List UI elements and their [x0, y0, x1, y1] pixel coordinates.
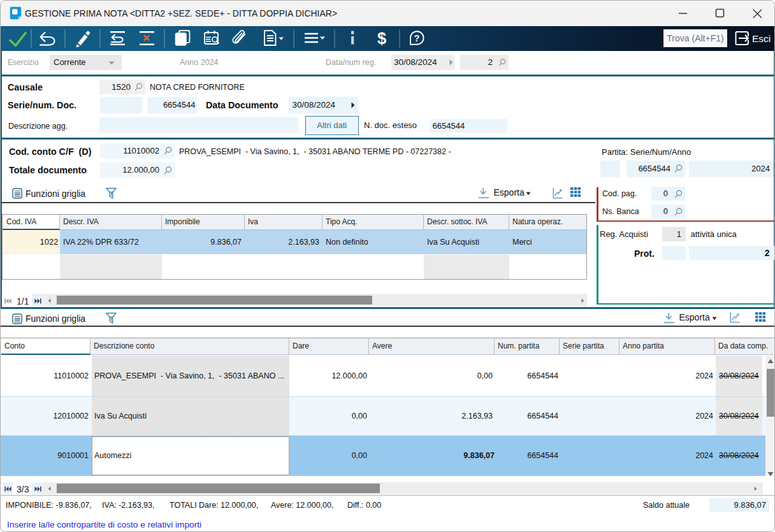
svg-text:?: ? — [414, 33, 420, 43]
svg-text:$: $ — [377, 29, 386, 47]
